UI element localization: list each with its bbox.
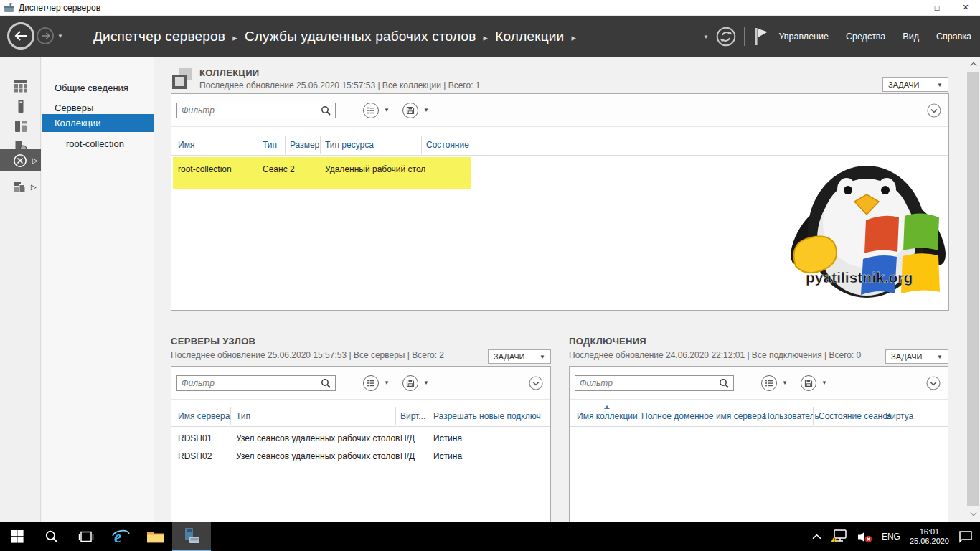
save-icon (804, 379, 813, 387)
column-header-type[interactable]: Тип (263, 140, 277, 150)
sort-ascending-icon (604, 405, 610, 409)
collapse-chevron-icon[interactable] (529, 376, 543, 390)
save-query-button[interactable] (801, 375, 816, 391)
watermark-penguin-logo: pyatilistnik.org (786, 151, 949, 311)
host-servers-tasks-button[interactable]: ЗАДАЧИ ▼ (488, 349, 551, 364)
column-header-session-state[interactable]: Состояние сеанса (819, 411, 892, 421)
header-divider (744, 27, 745, 46)
list-view-button[interactable] (363, 103, 379, 118)
column-header-virtual[interactable]: Виртуа (885, 411, 913, 421)
rail-item-dashboard[interactable] (0, 76, 41, 96)
header-dropdown-caret[interactable]: ▼ (703, 34, 709, 40)
refresh-icon[interactable] (716, 27, 736, 47)
network-warning-icon[interactable] (831, 529, 848, 544)
save-icon (406, 379, 415, 387)
breadcrumb-arrow-icon: ▸ (571, 32, 576, 43)
collapse-chevron-icon[interactable] (926, 376, 941, 390)
list-view-button[interactable] (363, 375, 379, 391)
caret-down-icon[interactable]: ▼ (821, 380, 827, 386)
caret-down-icon[interactable]: ▼ (384, 380, 390, 386)
breadcrumb-rds[interactable]: Службы удаленных рабочих столов (245, 29, 476, 44)
column-header-name[interactable]: Имя (178, 140, 194, 150)
restore-button[interactable]: □ (923, 0, 951, 16)
search-icon[interactable] (321, 105, 331, 116)
search-icon[interactable] (321, 378, 331, 388)
caret-down-icon[interactable]: ▼ (782, 380, 788, 386)
back-arrow-icon (14, 31, 27, 41)
save-query-button[interactable] (402, 375, 418, 391)
caret-down-icon[interactable]: ▼ (423, 380, 429, 386)
breadcrumb-server-manager[interactable]: Диспетчер серверов (93, 29, 225, 44)
taskbar-search-button[interactable] (34, 522, 69, 551)
server-manager-icon (182, 527, 201, 545)
forward-button[interactable] (37, 27, 54, 44)
collections-filter-input[interactable] (176, 103, 336, 118)
save-query-button[interactable] (402, 103, 418, 118)
server-manager-taskbar-button[interactable] (172, 522, 211, 551)
app-header: ▼ Диспетчер серверов ▸ Службы удаленных … (0, 16, 980, 57)
rail-item-all-servers[interactable] (0, 116, 41, 136)
action-center-icon[interactable] (958, 530, 973, 543)
sidebar-item-root-collection[interactable]: root-collection (42, 135, 154, 153)
collections-tasks-button[interactable]: ЗАДАЧИ ▼ (882, 77, 948, 92)
title-bar: Диспетчер серверов — □ ✕ (0, 0, 980, 16)
file-explorer-button[interactable] (138, 522, 172, 551)
menu-tools[interactable]: Средства (846, 32, 885, 42)
scroll-down-icon[interactable] (966, 507, 980, 521)
task-view-button[interactable] (69, 522, 103, 551)
scroll-up-icon[interactable] (966, 57, 980, 71)
connections-tasks-button[interactable]: ЗАДАЧИ ▼ (885, 349, 948, 364)
minimize-button[interactable]: — (894, 0, 923, 16)
column-header-virtualization[interactable]: Вирт... (400, 411, 425, 421)
rail-item-file-storage-services[interactable]: ▷ (0, 176, 41, 197)
language-indicator[interactable]: ENG (882, 532, 900, 542)
menu-help[interactable]: Справка (936, 32, 971, 42)
cell-server-type: Узел сеансов удаленных рабочих столов (236, 451, 400, 461)
connections-filter-input[interactable] (575, 375, 734, 391)
nav-history-caret[interactable]: ▼ (57, 33, 63, 39)
cell-server-allow: Истина (433, 451, 462, 461)
caret-down-icon[interactable]: ▼ (423, 107, 429, 113)
expand-arrow-icon: ▷ (32, 156, 38, 164)
sidebar: Общие сведения Серверы Коллекции root-co… (42, 57, 154, 522)
connections-panel-subtitle: Последнее обновление 24.06.2020 22:12:01… (569, 350, 861, 360)
column-header-collection-name[interactable]: Имя коллекции (577, 411, 638, 421)
start-button[interactable] (0, 522, 34, 551)
cell-server-allow: Истина (433, 433, 462, 443)
internet-explorer-button[interactable]: e (103, 522, 138, 551)
scrollbar-thumb[interactable] (967, 72, 979, 506)
header-menu: Управление Средства Вид Справка (778, 16, 971, 57)
menu-manage[interactable]: Управление (778, 32, 829, 42)
column-header-size[interactable]: Размер (290, 140, 319, 150)
forward-arrow-icon (41, 32, 50, 39)
cell-server-name: RDSH01 (178, 433, 212, 443)
column-header-allow-new-connections[interactable]: Разрешать новые подключ (433, 411, 541, 421)
close-button[interactable]: ✕ (951, 0, 980, 16)
rail-item-remote-desktop-services[interactable]: ▷ (0, 149, 41, 171)
column-header-resource-type[interactable]: Тип ресурса (325, 140, 374, 150)
tray-chevron-up-icon[interactable] (812, 534, 821, 540)
host-servers-filter-input[interactable] (176, 375, 336, 391)
sidebar-item-collections[interactable]: Коллекции (42, 114, 154, 132)
column-header-fqdn[interactable]: Полное доменное имя сервера (641, 411, 766, 421)
column-header-server-name[interactable]: Имя сервера (178, 411, 230, 421)
back-button[interactable] (7, 22, 34, 50)
clock[interactable]: 16:01 25.06.2020 (910, 527, 949, 546)
column-header-user[interactable]: Пользователь (763, 411, 819, 421)
list-view-button[interactable] (761, 375, 777, 391)
sidebar-item-overview[interactable]: Общие сведения (42, 79, 154, 97)
connections-table-panel: ▼ ▼ Имя коллекции Полное доменное имя се… (569, 366, 948, 522)
host-servers-table-panel: ▼ ▼ Имя сервера Тип Вирт... Разрешать но… (171, 366, 551, 522)
rail-item-local-server[interactable] (0, 96, 41, 116)
caret-down-icon: ▼ (540, 354, 545, 360)
notifications-flag-icon[interactable] (753, 27, 769, 47)
collapse-chevron-icon[interactable] (927, 103, 941, 118)
breadcrumb-collections[interactable]: Коллекции (495, 29, 564, 44)
search-icon[interactable] (719, 378, 729, 388)
column-header-type[interactable]: Тип (236, 411, 250, 421)
vertical-scrollbar[interactable] (966, 57, 980, 522)
volume-muted-icon[interactable] (857, 531, 872, 543)
column-header-state[interactable]: Состояние (426, 140, 469, 150)
menu-view[interactable]: Вид (903, 32, 919, 42)
caret-down-icon[interactable]: ▼ (384, 107, 390, 113)
